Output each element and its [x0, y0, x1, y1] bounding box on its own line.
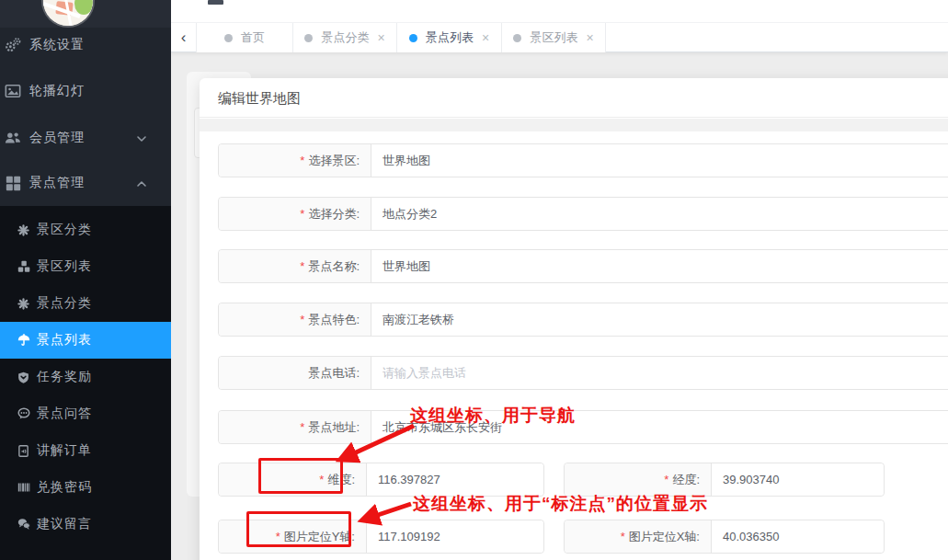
form-row-scenic-area: *选择景区: 世界地图	[218, 143, 948, 177]
dialog-body-top-band	[200, 119, 948, 131]
app-screen: 系统设置 轮播幻灯 会员管理 景点管理	[0, 0, 948, 560]
category-select[interactable]: 地点分类2	[371, 198, 948, 230]
content-area: 编辑世界地图 *选择景区: 世界地图 *选择分类: 地点分类2 *景点名称: 世…	[171, 52, 948, 560]
spot-feature-input[interactable]: 南渡江老铁桥	[371, 303, 948, 336]
messages-icon	[17, 518, 30, 531]
audio-file-icon	[17, 444, 30, 458]
sidebar-item-scenic-management[interactable]: 景点管理	[0, 160, 171, 206]
required-asterisk: *	[300, 420, 304, 434]
required-asterisk: *	[300, 207, 304, 221]
sidebar-item-members[interactable]: 会员管理	[0, 115, 171, 161]
sidebar-item-label: 景点问答	[37, 406, 92, 422]
form-row-image-x-axis: *图片定位X轴: 40.036350	[564, 520, 885, 554]
form-row-spot-feature: *景点特色: 南渡江老铁桥	[218, 303, 948, 337]
tab-bar: ‹ 首页 景点分类 × 景点列表 × 景区列表 ×	[171, 23, 948, 52]
sidebar-item-label: 景点分类	[37, 295, 92, 312]
slideshow-icon	[4, 82, 22, 100]
tab-scenic-area-list[interactable]: 景区列表 ×	[502, 23, 606, 52]
cubes-icon	[17, 260, 30, 274]
field-label: *景点名称:	[219, 250, 371, 282]
chevron-left-icon: ‹	[181, 29, 187, 47]
grid-icon	[4, 174, 22, 192]
sidebar-item-system-settings[interactable]: 系统设置	[0, 22, 171, 68]
sidebar-item-label: 景点列表	[37, 332, 92, 349]
required-asterisk: *	[319, 473, 324, 486]
field-label: *图片定位X轴:	[565, 520, 712, 553]
edit-dialog: 编辑世界地图 *选择景区: 世界地图 *选择分类: 地点分类2 *景点名称: 世…	[200, 78, 948, 560]
sidebar-item-slideshow[interactable]: 轮播幻灯	[0, 68, 171, 114]
form-row-spot-address: *景点地址: 北京市东城区东长安街	[218, 410, 948, 444]
form-row-category: *选择分类: 地点分类2	[218, 197, 948, 231]
sidebar-item-spot-category[interactable]: 景点分类	[0, 285, 171, 322]
sidebar: 系统设置 轮播幻灯 会员管理 景点管理	[0, 0, 171, 560]
required-asterisk: *	[664, 473, 668, 486]
longitude-input[interactable]: 39.903740	[712, 463, 884, 496]
sidebar-item-label: 景区分类	[37, 222, 92, 238]
tab-dot-icon	[304, 34, 313, 42]
required-asterisk: *	[276, 530, 280, 543]
sidebar-item-label: 任务奖励	[37, 369, 92, 385]
sidebar-item-label: 景点管理	[29, 175, 85, 191]
top-header	[171, 0, 948, 23]
sidebar-item-label: 系统设置	[29, 37, 85, 53]
dialog-header: 编辑世界地图	[200, 78, 948, 118]
field-label: *景点地址:	[219, 411, 371, 443]
comment-dots-icon	[17, 407, 30, 421]
required-asterisk: *	[300, 313, 304, 326]
latitude-input[interactable]: 116.397827	[367, 463, 543, 496]
form-row-image-y-axis: *图片定位Y轴: 117.109192	[218, 520, 544, 554]
field-label: *经度:	[565, 463, 712, 496]
tab-dot-icon	[513, 34, 521, 42]
sidebar-item-scenic-area-list[interactable]: 景区列表	[0, 248, 171, 285]
chevron-up-icon	[136, 177, 147, 189]
sidebar-item-redeem-code[interactable]: 兑换密码	[0, 469, 171, 506]
gears-icon	[4, 36, 22, 54]
sidebar-item-spot-qa[interactable]: 景点问答	[0, 395, 171, 432]
field-label: *维度:	[219, 463, 367, 496]
tab-spot-category[interactable]: 景点分类 ×	[293, 23, 397, 52]
members-icon	[4, 129, 22, 147]
form-row-spot-name: *景点名称: 世界地图	[218, 249, 948, 283]
sidebar-item-suggestions[interactable]: 建议留言	[0, 506, 171, 543]
tab-dot-icon	[224, 34, 233, 42]
close-icon[interactable]: ×	[482, 31, 489, 44]
spot-name-input[interactable]: 世界地图	[371, 250, 948, 282]
sidebar-submenu: 景区分类 景区列表 景点分类 景点列表	[0, 206, 171, 560]
close-icon[interactable]: ×	[586, 31, 593, 44]
required-asterisk: *	[621, 530, 625, 543]
close-icon[interactable]: ×	[377, 31, 384, 44]
field-label: 景点电话:	[219, 357, 371, 389]
hamburger-menu-icon[interactable]	[208, 0, 223, 5]
form-row-longitude: *经度: 39.903740	[564, 463, 885, 497]
image-y-axis-input[interactable]: 117.109192	[367, 520, 543, 553]
form-row-latitude: *维度: 116.397827	[218, 463, 544, 497]
sidebar-item-scenic-area-category[interactable]: 景区分类	[0, 211, 171, 248]
scenic-area-select[interactable]: 世界地图	[371, 144, 948, 177]
form-row-spot-phone: 景点电话: 请输入景点电话	[218, 356, 948, 390]
chevron-down-icon	[136, 132, 147, 143]
spot-address-input[interactable]: 北京市东城区东长安街	[371, 411, 948, 443]
image-x-axis-input[interactable]: 40.036350	[712, 520, 884, 553]
spot-phone-input[interactable]: 请输入景点电话	[371, 357, 948, 389]
barcode-icon	[17, 481, 30, 495]
sidebar-item-label: 会员管理	[29, 130, 85, 146]
sidebar-item-label: 景区列表	[37, 258, 92, 275]
sidebar-item-label: 兑换密码	[37, 479, 92, 496]
tab-label: 景点分类	[321, 29, 369, 46]
sidebar-item-spot-list[interactable]: 景点列表	[0, 322, 171, 359]
sidebar-item-label: 讲解订单	[37, 442, 92, 459]
required-asterisk: *	[300, 259, 304, 273]
sidebar-item-audio-guide-orders[interactable]: 讲解订单	[0, 432, 171, 469]
tab-spot-list[interactable]: 景点列表 ×	[397, 23, 502, 52]
tabs-scroll-left-button[interactable]: ‹	[171, 23, 197, 52]
main-area: ‹ 首页 景点分类 × 景点列表 × 景区列表 ×	[171, 0, 948, 560]
shield-icon	[17, 371, 30, 384]
tab-label: 景区列表	[530, 29, 577, 46]
tab-label: 首页	[241, 29, 265, 46]
sidebar-item-task-rewards[interactable]: 任务奖励	[0, 359, 171, 395]
field-label: *选择分类:	[219, 198, 371, 230]
tab-dot-icon	[409, 34, 417, 42]
required-asterisk: *	[300, 154, 304, 167]
tab-home[interactable]: 首页	[197, 23, 293, 52]
umbrella-icon	[17, 334, 30, 348]
